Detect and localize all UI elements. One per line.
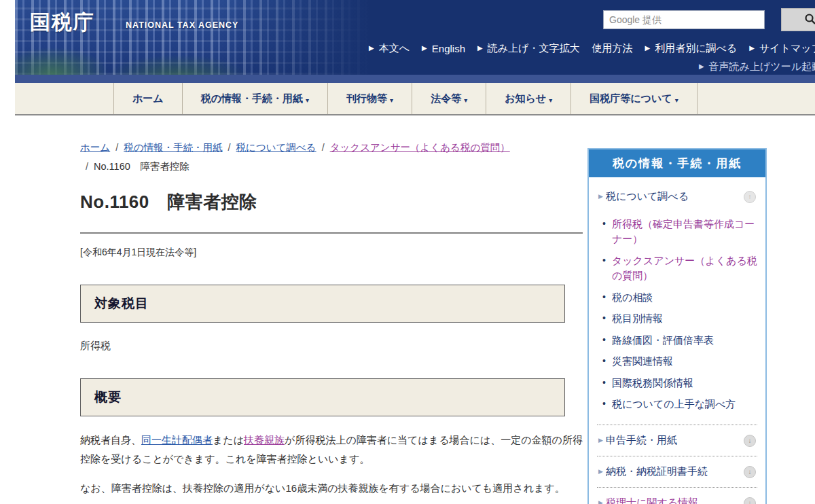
chevron-down-icon xyxy=(549,96,552,104)
sidebar-link-disaster-info[interactable]: 災害関連情報 xyxy=(612,354,673,370)
overview-paragraph-2: なお、障害者控除は、扶養控除の適用がない16歳未満の扶養親族を有する場合において… xyxy=(80,479,583,498)
breadcrumb: ホーム/税の情報・手続・用紙/税について調べる/タックスアンサー（よくある税の質… xyxy=(80,139,583,175)
arrow-right-icon xyxy=(598,468,603,475)
chevron-down-icon xyxy=(675,96,678,104)
nav-home[interactable]: ホーム xyxy=(114,83,183,114)
sidebar-link-international-tax[interactable]: 国際税務関係情報 xyxy=(612,376,693,391)
sidebar-section-payment-certificates[interactable]: 納税・納税証明書手続 xyxy=(597,456,757,487)
sidebar-section-tax-accountant-info[interactable]: 税理士に関する情報 xyxy=(597,488,757,504)
nav-news[interactable]: お知らせ xyxy=(486,83,571,114)
sidebar-link-how-to-research[interactable]: 税についての上手な調べ方 xyxy=(612,397,736,412)
list-item: 税目別情報 xyxy=(602,308,757,330)
search-button[interactable] xyxy=(781,8,815,31)
search-icon xyxy=(804,13,815,27)
sidebar-link-tax-answer[interactable]: タックスアンサー（よくある税の質問） xyxy=(612,253,757,284)
nav-fill xyxy=(698,83,815,114)
collapse-up-icon[interactable] xyxy=(744,191,756,203)
link-voice-readaloud-tool[interactable]: 音声読み上げツール起動 xyxy=(699,60,815,73)
sidebar-link-info-by-tax-type[interactable]: 税目別情報 xyxy=(612,311,663,327)
header-bottom-strip xyxy=(15,75,815,83)
link-english[interactable]: English xyxy=(422,42,465,55)
page-title: No.1160 障害者控除 xyxy=(80,190,583,214)
breadcrumb-current-page: No.1160 障害者控除 xyxy=(94,161,189,172)
expand-down-icon[interactable] xyxy=(744,497,756,504)
nav-about-nta[interactable]: 国税庁等について xyxy=(571,83,697,114)
arrow-right-icon xyxy=(369,44,374,52)
sidebar: 税の情報・手続・用紙 税について調べる 所得税（確定申告書等作成コーナー） タッ… xyxy=(587,148,767,504)
list-item: 路線価図・評価倍率表 xyxy=(602,329,757,351)
breadcrumb-separator: / xyxy=(115,142,118,153)
chevron-down-icon xyxy=(306,96,309,104)
sidebar-section-research-tax[interactable]: 税について調べる xyxy=(597,181,757,212)
link-dependent-relatives[interactable]: 扶養親族 xyxy=(244,434,285,446)
breadcrumb-home[interactable]: ホーム xyxy=(80,142,110,153)
title-divider xyxy=(80,232,583,234)
expand-down-icon[interactable] xyxy=(744,435,756,447)
link-to-main-content[interactable]: 本文へ xyxy=(369,42,410,55)
main-content: ホーム/税の情報・手続・用紙/税について調べる/タックスアンサー（よくある税の質… xyxy=(80,139,583,504)
list-item: 災害関連情報 xyxy=(602,351,757,373)
target-tax-value: 所得税 xyxy=(80,340,583,353)
list-item: 国際税務関係情報 xyxy=(602,372,757,394)
law-date-note: [令和6年4月1日現在法令等] xyxy=(80,247,583,259)
breadcrumb-separator: / xyxy=(322,142,325,153)
sidebar-link-tax-consultation[interactable]: 税の相談 xyxy=(612,290,653,306)
header-utility-links-2: 音声読み上げツール起動 xyxy=(699,60,815,73)
main-nav: ホーム 税の情報・手続・用紙 刊行物等 法令等 お知らせ 国税庁等について xyxy=(15,83,815,115)
nav-publications[interactable]: 刊行物等 xyxy=(328,83,412,114)
section-heading-overview: 概要 xyxy=(80,378,565,416)
link-sitemap[interactable]: サイトマップ xyxy=(749,42,815,55)
breadcrumb-tax-answer[interactable]: タックスアンサー（よくある税の質問） xyxy=(330,142,510,153)
overview-paragraph-1: 納税者自身、同一生計配偶者または扶養親族が所得税法上の障害者に当てはまる場合には… xyxy=(80,431,583,469)
site-header: 国税庁 NATIONAL TAX AGENCY 本文へ English 読み上げ… xyxy=(15,0,815,75)
sidebar-link-income-tax-corner[interactable]: 所得税（確定申告書等作成コーナー） xyxy=(612,217,757,247)
link-search-by-user[interactable]: 利用者別に調べる xyxy=(645,42,737,55)
arrow-right-icon xyxy=(699,62,704,70)
logo-subtitle: NATIONAL TAX AGENCY xyxy=(126,20,238,33)
expand-down-icon[interactable] xyxy=(744,466,756,478)
breadcrumb-separator: / xyxy=(228,142,231,153)
link-same-livelihood-spouse[interactable]: 同一生計配偶者 xyxy=(141,434,213,446)
section-heading-target-tax: 対象税目 xyxy=(80,285,565,323)
link-readaloud-textzoom[interactable]: 読み上げ・文字拡大 xyxy=(477,42,579,55)
sidebar-section-filing-procedures[interactable]: 申告手続・用紙 xyxy=(597,425,757,456)
breadcrumb-tax-info[interactable]: 税の情報・手続・用紙 xyxy=(124,142,222,153)
nav-laws[interactable]: 法令等 xyxy=(412,83,486,114)
header-utility-links: 本文へ English 読み上げ・文字拡大 使用方法 利用者別に調べる サイトマ… xyxy=(369,42,815,55)
link-usage[interactable]: 使用方法 xyxy=(592,42,632,55)
arrow-right-icon xyxy=(749,44,755,52)
logo-title: 国税庁 xyxy=(30,11,95,33)
list-item: 税についての上手な調べ方 xyxy=(602,394,757,416)
list-item: 税の相談 xyxy=(602,287,757,308)
arrow-right-icon xyxy=(477,44,483,52)
arrow-right-icon xyxy=(645,44,650,52)
sidebar-link-list: 所得税（確定申告書等作成コーナー） タックスアンサー（よくある税の質問） 税の相… xyxy=(597,213,757,415)
list-item: タックスアンサー（よくある税の質問） xyxy=(602,250,757,287)
arrow-right-icon xyxy=(598,437,603,444)
breadcrumb-research-tax[interactable]: 税について調べる xyxy=(236,142,316,153)
arrow-right-icon xyxy=(598,499,603,504)
chevron-down-icon xyxy=(390,96,393,104)
sidebar-header[interactable]: 税の情報・手続・用紙 xyxy=(589,149,765,177)
search-input[interactable] xyxy=(603,10,765,29)
arrow-right-icon xyxy=(598,193,603,200)
chevron-down-icon xyxy=(464,96,467,104)
arrow-right-icon xyxy=(422,44,427,52)
sidebar-link-rosenka-map[interactable]: 路線価図・評価倍率表 xyxy=(612,333,714,348)
site-logo[interactable]: 国税庁 NATIONAL TAX AGENCY xyxy=(30,11,238,33)
nav-tax-info-procedures-forms[interactable]: 税の情報・手続・用紙 xyxy=(183,83,328,114)
list-item: 所得税（確定申告書等作成コーナー） xyxy=(602,213,757,250)
nav-spacer xyxy=(15,83,114,114)
breadcrumb-separator: / xyxy=(86,161,88,172)
